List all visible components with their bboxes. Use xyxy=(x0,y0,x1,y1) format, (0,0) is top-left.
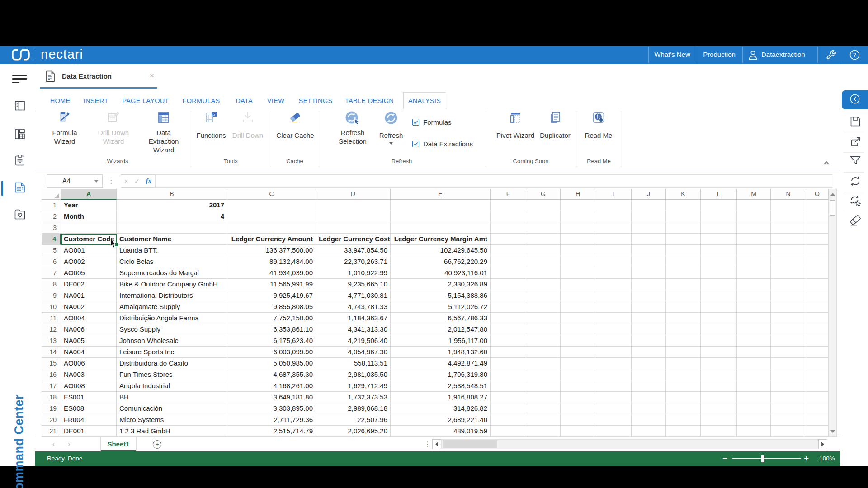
cell-I16[interactable] xyxy=(595,369,632,380)
cell-D5[interactable]: 33,947,854.50 xyxy=(316,245,391,256)
cell-J19[interactable] xyxy=(632,403,666,414)
sidebar-item-book[interactable] xyxy=(13,100,27,113)
cell-A8[interactable]: DE002 xyxy=(61,279,117,290)
cell-O10[interactable] xyxy=(806,301,829,313)
close-icon[interactable]: × xyxy=(150,71,154,80)
cell-O12[interactable] xyxy=(806,324,829,335)
cell-C7[interactable]: 41,934,039.00 xyxy=(227,267,316,279)
horizontal-scrollbar-thumb[interactable] xyxy=(443,440,497,448)
cell-J17[interactable] xyxy=(632,380,666,392)
cell-B15[interactable]: Distribuidora do Caxito xyxy=(117,358,227,369)
cell-L14[interactable] xyxy=(701,347,737,358)
cell-A6[interactable]: AO002 xyxy=(61,256,117,267)
column-header-O[interactable]: O xyxy=(806,189,829,200)
cell-H19[interactable] xyxy=(561,403,595,414)
cell-C19[interactable]: 3,303,895.00 xyxy=(227,403,316,414)
next-sheet-icon[interactable]: › xyxy=(68,437,70,452)
cell-M9[interactable] xyxy=(737,290,771,301)
cell-O7[interactable] xyxy=(806,267,829,279)
cell-E5[interactable]: 102,429,645.50 xyxy=(391,245,491,256)
cell-F14[interactable] xyxy=(491,347,526,358)
row-header-20[interactable]: 20 xyxy=(42,414,61,426)
cell-K18[interactable] xyxy=(666,392,701,403)
column-header-M[interactable]: M xyxy=(737,189,771,200)
sheetbar-options-icon[interactable]: ⋮ xyxy=(424,440,431,448)
column-header-I[interactable]: I xyxy=(595,189,632,200)
cell-A19[interactable]: ES008 xyxy=(61,403,117,414)
cell-H14[interactable] xyxy=(561,347,595,358)
cell-B13[interactable]: Johnson Wholesale xyxy=(117,335,227,347)
cell-N18[interactable] xyxy=(771,392,806,403)
cell-G18[interactable] xyxy=(526,392,561,403)
cell-J14[interactable] xyxy=(632,347,666,358)
row-header-3[interactable]: 3 xyxy=(42,222,61,234)
cell-L8[interactable] xyxy=(701,279,737,290)
cell-B18[interactable]: BH xyxy=(117,392,227,403)
cell-F18[interactable] xyxy=(491,392,526,403)
cell-G13[interactable] xyxy=(526,335,561,347)
row-header-5[interactable]: 5 xyxy=(42,245,61,256)
cell-O13[interactable] xyxy=(806,335,829,347)
cell-A2[interactable]: Month xyxy=(61,211,117,222)
cell-J13[interactable] xyxy=(632,335,666,347)
vertical-scrollbar-thumb[interactable] xyxy=(830,200,835,216)
cell-N7[interactable] xyxy=(771,267,806,279)
cell-I5[interactable] xyxy=(595,245,632,256)
refresh-button[interactable]: Refresh xyxy=(359,110,423,145)
cell-N9[interactable] xyxy=(771,290,806,301)
cell-N5[interactable] xyxy=(771,245,806,256)
zoom-slider-thumb[interactable] xyxy=(761,455,764,462)
cell-N4[interactable] xyxy=(771,234,806,245)
cell-C12[interactable]: 6,353,861.10 xyxy=(227,324,316,335)
cell-A7[interactable]: AO005 xyxy=(61,267,117,279)
cell-C15[interactable]: 5,050,985.00 xyxy=(227,358,316,369)
column-header-J[interactable]: J xyxy=(632,189,666,200)
cell-E15[interactable]: 4,492,871.49 xyxy=(391,358,491,369)
cell-A18[interactable]: ES001 xyxy=(61,392,117,403)
cell-K13[interactable] xyxy=(666,335,701,347)
cell-I6[interactable] xyxy=(595,256,632,267)
cell-D1[interactable] xyxy=(316,200,391,211)
cell-C16[interactable]: 4,687,355.30 xyxy=(227,369,316,380)
cell-M7[interactable] xyxy=(737,267,771,279)
cell-J16[interactable] xyxy=(632,369,666,380)
column-header-F[interactable]: F xyxy=(491,189,526,200)
cell-D8[interactable]: 9,235,665.10 xyxy=(316,279,391,290)
cell-I13[interactable] xyxy=(595,335,632,347)
sidebar-item-tasks[interactable] xyxy=(13,155,27,168)
cell-J1[interactable] xyxy=(632,200,666,211)
cell-E6[interactable]: 66,762,220.29 xyxy=(391,256,491,267)
cell-K16[interactable] xyxy=(666,369,701,380)
cell-G20[interactable] xyxy=(526,414,561,426)
ribbon-tab-settings[interactable]: SETTINGS xyxy=(299,92,333,109)
cell-D13[interactable]: 4,219,506.40 xyxy=(316,335,391,347)
cell-B8[interactable]: Bike & Outdoor Company GmbH xyxy=(117,279,227,290)
ribbon-tab-page-layout[interactable]: PAGE LAYOUT xyxy=(122,92,169,109)
cell-D12[interactable]: 4,341,313.30 xyxy=(316,324,391,335)
cell-F16[interactable] xyxy=(491,369,526,380)
cell-E16[interactable]: 1,706,319.80 xyxy=(391,369,491,380)
row-header-2[interactable]: 2 xyxy=(42,211,61,222)
prev-sheet-icon[interactable]: ‹ xyxy=(52,437,55,452)
cell-L1[interactable] xyxy=(701,200,737,211)
cell-C8[interactable]: 11,565,991.99 xyxy=(227,279,316,290)
cell-G11[interactable] xyxy=(526,313,561,324)
horizontal-scrollbar[interactable] xyxy=(441,439,818,449)
cell-L17[interactable] xyxy=(701,380,737,392)
cell-G1[interactable] xyxy=(526,200,561,211)
cell-E1[interactable] xyxy=(391,200,491,211)
cell-E18[interactable]: 1,916,808.27 xyxy=(391,392,491,403)
cell-N10[interactable] xyxy=(771,301,806,313)
cell-F1[interactable] xyxy=(491,200,526,211)
filter-button[interactable] xyxy=(849,155,862,168)
cell-I4[interactable] xyxy=(595,234,632,245)
cell-E21[interactable]: 489,019.59 xyxy=(391,426,491,437)
cell-I3[interactable] xyxy=(595,222,632,234)
help-icon[interactable]: ? xyxy=(849,49,860,62)
cell-J10[interactable] xyxy=(632,301,666,313)
cell-H4[interactable] xyxy=(561,234,595,245)
production-link[interactable]: Production xyxy=(703,46,736,64)
row-header-18[interactable]: 18 xyxy=(42,392,61,403)
cell-E2[interactable] xyxy=(391,211,491,222)
chevron-down-icon[interactable] xyxy=(389,142,393,145)
